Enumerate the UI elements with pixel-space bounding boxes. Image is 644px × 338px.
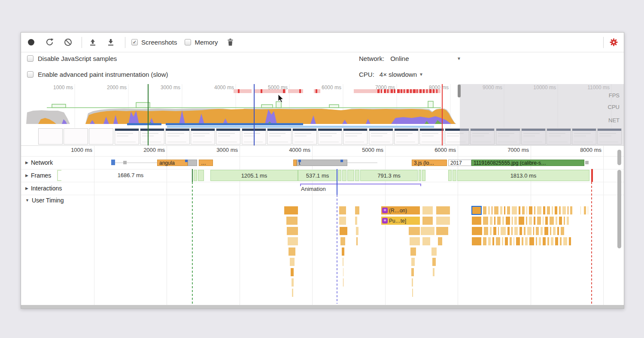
- network-request-bar[interactable]: angula: [157, 160, 188, 166]
- filmstrip-frame[interactable]: [369, 128, 393, 145]
- flame-block[interactable]: [339, 226, 348, 235]
- flame-block[interactable]: [286, 226, 298, 235]
- flame-grid-block[interactable]: [535, 237, 538, 246]
- filmstrip-frame[interactable]: [419, 128, 444, 145]
- flame-grid-block[interactable]: [483, 216, 489, 225]
- paint-instrumentation-checkbox[interactable]: [27, 71, 33, 78]
- flame-block[interactable]: [287, 237, 298, 246]
- flame-block[interactable]: [339, 216, 346, 225]
- screenshots-checkbox[interactable]: ✓: [131, 39, 138, 45]
- flame-grid-block[interactable]: [488, 237, 491, 246]
- record-button[interactable]: [28, 39, 34, 45]
- flame-block[interactable]: [339, 206, 346, 215]
- flame-block[interactable]: [355, 226, 359, 235]
- track-user-timing[interactable]: ▼ User Timing: [25, 197, 64, 204]
- animation-interaction-label[interactable]: Animation: [301, 186, 326, 192]
- flame-grid-block[interactable]: [543, 206, 546, 215]
- flame-block[interactable]: [409, 237, 420, 246]
- flame-block[interactable]: [284, 206, 298, 215]
- flame-grid-block[interactable]: [500, 226, 506, 235]
- flame-block[interactable]: [355, 206, 360, 215]
- clear-button[interactable]: [64, 38, 72, 46]
- flame-grid-block[interactable]: [498, 226, 499, 235]
- filmstrip-frame[interactable]: [318, 128, 342, 145]
- flame-grid-block[interactable]: [489, 226, 492, 235]
- overview-window-grip[interactable]: [458, 84, 461, 97]
- flame-block[interactable]: [422, 237, 431, 246]
- vertical-scrollbar-thumb[interactable]: [617, 150, 621, 165]
- flame-block[interactable]: [411, 257, 415, 266]
- triangle-down-icon[interactable]: ▼: [25, 198, 29, 202]
- track-interactions[interactable]: ▶ Interactions: [25, 185, 62, 192]
- flame-block[interactable]: [436, 206, 450, 215]
- flame-block[interactable]: [343, 278, 344, 287]
- flame-grid-block[interactable]: [483, 206, 487, 215]
- network-request-bar[interactable]: 1119160825555.jpg (calibre-s…: [471, 160, 584, 166]
- flame-grid-block[interactable]: [547, 206, 550, 215]
- flame-grid-block[interactable]: [501, 237, 504, 246]
- flame-grid-block[interactable]: [522, 206, 525, 215]
- flame-grid-block[interactable]: [518, 216, 525, 225]
- flame-block[interactable]: [437, 237, 443, 246]
- filmstrip-frame[interactable]: [89, 128, 113, 145]
- flame-grid-block[interactable]: [538, 237, 541, 246]
- frame-block[interactable]: [422, 170, 425, 181]
- network-request-chip[interactable]: [111, 160, 115, 165]
- network-request-chip[interactable]: [123, 161, 127, 164]
- flame-block[interactable]: [342, 257, 344, 266]
- flame-grid-block[interactable]: [551, 206, 553, 215]
- flame-grid-block[interactable]: [500, 206, 503, 215]
- filmstrip-frame[interactable]: [394, 128, 419, 145]
- network-conditions-select[interactable]: Online: [390, 55, 409, 62]
- flame-grid-block[interactable]: [514, 216, 517, 225]
- flame-grid-block[interactable]: [529, 237, 535, 246]
- network-request-bar[interactable]: …: [199, 160, 213, 166]
- flame-grid-block[interactable]: [471, 226, 483, 235]
- track-frames[interactable]: ▶ Frames: [25, 172, 51, 179]
- flame-grid-block[interactable]: [504, 206, 506, 215]
- reload-and-profile-button[interactable]: [46, 38, 54, 46]
- flame-grid-block[interactable]: [535, 226, 539, 235]
- flame-grid-block[interactable]: [563, 216, 565, 225]
- frame-block[interactable]: [338, 170, 341, 181]
- flame-block[interactable]: [422, 206, 433, 215]
- flame-grid-block[interactable]: [514, 226, 518, 235]
- network-request-bar[interactable]: t: [297, 160, 347, 166]
- flame-grid-block[interactable]: [492, 237, 495, 246]
- flame-block[interactable]: [412, 288, 413, 297]
- memory-checkbox[interactable]: [185, 39, 191, 45]
- flame-grid-block[interactable]: [519, 226, 522, 235]
- flame-block[interactable]: [292, 288, 294, 297]
- flame-grid-block[interactable]: [540, 226, 543, 235]
- flame-grid-block[interactable]: [566, 216, 569, 225]
- flame-block[interactable]: [410, 247, 416, 256]
- flame-grid-block[interactable]: [507, 206, 510, 215]
- flame-grid-block[interactable]: [493, 226, 497, 235]
- flame-grid-block[interactable]: [559, 206, 561, 215]
- flame-grid-block[interactable]: [494, 206, 499, 215]
- flame-block[interactable]: [355, 216, 358, 225]
- flame-block[interactable]: [340, 237, 346, 246]
- flame-grid-block[interactable]: [537, 216, 541, 225]
- frame-block[interactable]: 791.3 ms: [360, 170, 418, 181]
- flame-grid-block[interactable]: [491, 206, 493, 215]
- network-request-bar[interactable]: [188, 160, 197, 166]
- flame-grid-block[interactable]: [505, 216, 510, 225]
- flame-grid-block-selected[interactable]: [471, 206, 482, 215]
- triangle-right-icon[interactable]: ▶: [25, 186, 28, 190]
- filmstrip-frame[interactable]: [115, 128, 139, 145]
- user-timing-mark-bar[interactable]: ✳(R…on): [381, 206, 420, 215]
- filmstrip-frame[interactable]: [191, 128, 215, 145]
- chevron-down-icon[interactable]: ▼: [457, 56, 461, 61]
- chevron-down-icon[interactable]: ▼: [419, 72, 423, 77]
- flame-grid-block[interactable]: [568, 237, 571, 246]
- flame-grid-block[interactable]: [555, 216, 558, 225]
- flame-block[interactable]: [587, 206, 589, 215]
- flame-grid-block[interactable]: [550, 237, 554, 246]
- flame-grid-block[interactable]: [494, 216, 496, 225]
- flame-grid-block[interactable]: [567, 206, 569, 215]
- filmstrip-frame[interactable]: [140, 128, 164, 145]
- flame-grid-block[interactable]: [555, 237, 559, 246]
- flame-block[interactable]: [436, 226, 449, 235]
- flame-grid-block[interactable]: [518, 206, 521, 215]
